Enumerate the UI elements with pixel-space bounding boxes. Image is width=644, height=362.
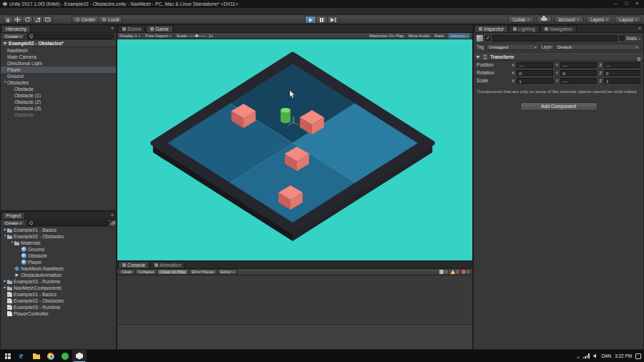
fold-arrow-icon[interactable]: ▼	[10, 241, 14, 244]
hierarchy-item[interactable]: Obstacle (2)	[1, 99, 116, 105]
fold-arrow-icon[interactable]: ▶	[3, 280, 7, 283]
rect-tool-button[interactable]	[43, 16, 53, 23]
scene-foldout[interactable]: Example02 - Obstacles*	[1, 40, 116, 47]
collab-dropdown[interactable]: Collab	[508, 16, 533, 23]
hierarchy-item[interactable]: Directional Light	[1, 60, 116, 67]
cloud-services-button[interactable]	[537, 16, 552, 23]
gizmos-dropdown[interactable]: Gizmos	[448, 33, 470, 39]
static-dropdown[interactable]: Static	[620, 36, 640, 41]
hierarchy-search-input[interactable]	[26, 34, 114, 39]
unity-icon[interactable]	[72, 350, 87, 362]
hierarchy-item[interactable]: Obstacle (3)	[1, 105, 116, 112]
warning-counter[interactable]: 0	[450, 270, 459, 274]
play-button[interactable]	[305, 16, 316, 24]
active-checkbox[interactable]	[485, 36, 490, 41]
clock[interactable]: 3:22 PM	[615, 353, 632, 358]
app-green-icon[interactable]	[58, 350, 72, 362]
move-tool-button[interactable]	[13, 16, 23, 23]
hand-tool-button[interactable]	[3, 16, 13, 23]
layout-dropdown[interactable]: Layout	[615, 16, 641, 23]
info-counter[interactable]: 0	[439, 270, 447, 274]
scene-item[interactable]: Example03 - Runtime	[1, 304, 116, 310]
scale-y-field[interactable]: —	[560, 78, 597, 84]
mute-audio-toggle[interactable]: Mute Audio	[409, 34, 430, 38]
hierarchy-item[interactable]: ▼ Obstacles	[1, 79, 116, 86]
clear-on-play-toggle[interactable]: Clear on Play	[157, 269, 188, 275]
pause-button[interactable]	[316, 16, 328, 24]
folder-item[interactable]: ▼ Materials	[1, 240, 116, 246]
static-checkbox[interactable]	[620, 36, 625, 41]
minimize-button[interactable]	[610, 0, 621, 8]
volume-icon[interactable]	[593, 353, 598, 358]
tray-expand-icon[interactable]	[577, 350, 580, 362]
create-button[interactable]: Create	[2, 220, 24, 226]
tab-game[interactable]: Game	[146, 25, 173, 32]
chrome-icon[interactable]	[44, 350, 58, 362]
tab-project[interactable]: Project	[1, 212, 25, 219]
rotation-y-field[interactable]: 0	[560, 70, 597, 76]
position-x-field[interactable]: —	[517, 62, 553, 68]
rotation-z-field[interactable]: 0	[604, 70, 640, 76]
material-item[interactable]: Player	[1, 259, 116, 265]
hierarchy-item[interactable]: Obstacle	[1, 112, 116, 118]
notification-icon[interactable]	[635, 353, 641, 359]
collapse-toggle[interactable]: Collapse	[135, 269, 157, 275]
add-component-button[interactable]: Add Component	[520, 102, 597, 111]
tab-hierarchy[interactable]: Hierarchy	[1, 25, 31, 32]
scale-slider[interactable]: Scale1x	[176, 34, 213, 38]
tab-console[interactable]: Console	[118, 261, 150, 268]
tab-animation[interactable]: Animation	[150, 261, 185, 268]
aspect-dropdown[interactable]: Free Aspect	[145, 34, 171, 39]
console-log-area[interactable]	[117, 275, 472, 325]
rotate-tool-button[interactable]	[23, 16, 33, 23]
material-item[interactable]: Ground	[1, 246, 116, 253]
layers-dropdown[interactable]: Layers	[586, 16, 613, 23]
hierarchy-item[interactable]: Obstacle (1)	[1, 92, 116, 99]
script-item[interactable]: PlayerController	[1, 310, 116, 317]
gear-icon[interactable]	[637, 51, 641, 64]
folder-item[interactable]: ▶ Example01 - Basics	[1, 227, 116, 233]
scale-tool-button[interactable]	[33, 16, 43, 23]
pivot-mode-button[interactable]: Center	[72, 16, 99, 23]
scale-x-field[interactable]: 1	[517, 78, 553, 84]
fold-arrow-icon[interactable]: ▼	[3, 235, 7, 238]
position-z-field[interactable]: —	[604, 62, 640, 68]
scene-item[interactable]: Example01 - Basics	[1, 291, 116, 298]
error-counter[interactable]: 0	[462, 270, 469, 274]
animation-item[interactable]: ObstacleAnimation	[1, 272, 116, 278]
tab-lighting[interactable]: Lighting	[509, 25, 540, 32]
tab-navigation[interactable]: Navigation	[540, 25, 577, 32]
material-item[interactable]: Obstacle	[1, 253, 116, 259]
editor-dropdown[interactable]: Editor	[218, 269, 237, 275]
stats-toggle[interactable]: Stats	[434, 34, 444, 38]
account-dropdown[interactable]: Account	[555, 16, 583, 23]
maximize-button[interactable]	[621, 0, 632, 8]
tab-scene[interactable]: Scene	[118, 25, 145, 32]
hierarchy-item[interactable]: Obstacle	[1, 86, 116, 92]
fold-arrow-icon[interactable]: ▶	[3, 228, 7, 231]
language-indicator[interactable]: DAN	[602, 353, 612, 358]
lock-icon[interactable]	[111, 222, 114, 225]
clear-button[interactable]: Clear	[119, 269, 135, 275]
explorer-icon[interactable]	[29, 350, 44, 362]
hierarchy-item[interactable]: NavMesh	[1, 47, 116, 54]
navmesh-item[interactable]: NavMesh-NavMesh	[1, 265, 116, 272]
hierarchy-item[interactable]: Ground	[1, 73, 116, 79]
tag-dropdown[interactable]: Untagged	[486, 44, 539, 50]
error-pause-toggle[interactable]: Error Pause	[189, 269, 217, 275]
panel-menu-icon[interactable]	[638, 26, 641, 31]
folder-item[interactable]: ▼ Example02 - Obstacles	[1, 233, 116, 240]
network-icon[interactable]	[583, 353, 590, 358]
space-mode-button[interactable]: Local	[99, 16, 122, 23]
position-y-field[interactable]: —	[560, 62, 597, 68]
maximize-on-play-toggle[interactable]: Maximize On Play	[369, 34, 404, 38]
start-button[interactable]	[0, 350, 15, 362]
project-search-input[interactable]	[26, 220, 109, 226]
create-button[interactable]: Create	[2, 34, 24, 39]
edge-icon[interactable]	[15, 350, 29, 362]
fold-arrow-icon[interactable]: ▶	[3, 286, 7, 289]
name-field[interactable]	[492, 35, 618, 41]
tab-inspector[interactable]: Inspector	[474, 25, 508, 32]
display-dropdown[interactable]: Display 1	[119, 34, 140, 39]
scene-item[interactable]: Example02 - Obstacles	[1, 298, 116, 304]
